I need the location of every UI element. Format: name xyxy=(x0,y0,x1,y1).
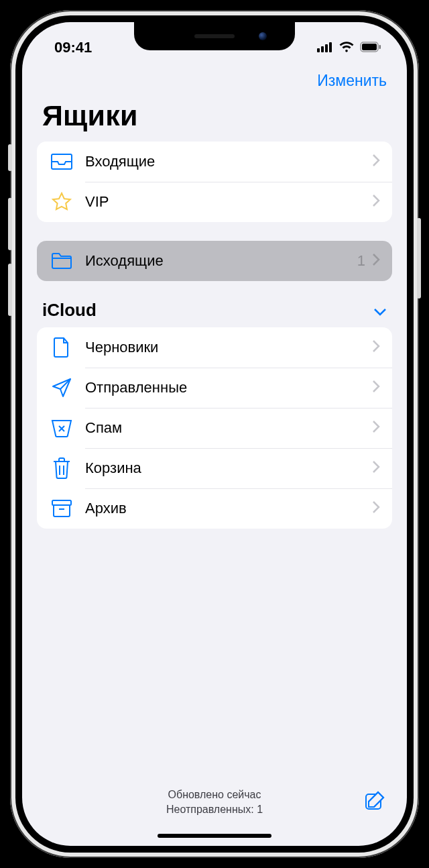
status-line-1: Обновлено сейчас xyxy=(166,788,263,802)
chevron-right-icon xyxy=(372,460,380,476)
page-title: Ящики xyxy=(22,95,407,142)
silence-switch xyxy=(8,144,12,171)
mailbox-label: Входящие xyxy=(85,153,372,170)
volume-down-button xyxy=(8,264,12,316)
power-button xyxy=(417,218,421,299)
mailbox-outbox[interactable]: Исходящие 1 xyxy=(37,241,392,281)
mailbox-label: Корзина xyxy=(85,459,372,477)
nav-bar: Изменить xyxy=(22,60,407,95)
paper-plane-icon xyxy=(49,375,74,400)
battery-icon xyxy=(360,39,381,56)
mailbox-label: VIP xyxy=(85,193,372,211)
home-indicator[interactable] xyxy=(158,834,271,838)
status-text: Обновлено сейчас Неотправленных: 1 xyxy=(166,788,263,816)
mailbox-vip[interactable]: VIP xyxy=(37,182,392,222)
toolbar: Обновлено сейчас Неотправленных: 1 xyxy=(22,779,407,826)
cellular-icon xyxy=(317,39,333,56)
mailbox-label: Исходящие xyxy=(85,252,357,270)
inbox-icon xyxy=(49,149,74,174)
svg-rect-2 xyxy=(325,44,328,52)
front-camera xyxy=(259,32,267,40)
volume-up-button xyxy=(8,198,12,250)
svg-rect-6 xyxy=(379,45,381,49)
icloud-group: Черновики Отправленные Спам xyxy=(37,327,392,529)
mailbox-label: Черновики xyxy=(85,339,372,356)
chevron-right-icon xyxy=(372,253,380,269)
star-icon xyxy=(49,189,74,215)
mailbox-label: Архив xyxy=(85,500,372,517)
iphone-device-frame: 09:41 Изменить Ящики В xyxy=(10,10,419,858)
mailbox-drafts[interactable]: Черновики xyxy=(37,327,392,368)
mailbox-trash[interactable]: Корзина xyxy=(37,448,392,488)
mailbox-archive[interactable]: Архив xyxy=(37,488,392,529)
compose-button[interactable] xyxy=(364,790,387,815)
chevron-right-icon xyxy=(372,339,380,356)
archive-icon xyxy=(49,496,74,521)
section-header-icloud[interactable]: iCloud xyxy=(22,300,407,327)
mailbox-label: Отправленные xyxy=(85,379,372,396)
mailbox-sent[interactable]: Отправленные xyxy=(37,368,392,408)
junk-icon xyxy=(49,415,74,441)
svg-rect-1 xyxy=(321,46,324,52)
chevron-down-icon xyxy=(373,300,387,321)
chevron-right-icon xyxy=(372,420,380,436)
favorites-group: Входящие VIP xyxy=(37,142,392,222)
mailbox-inbox[interactable]: Входящие xyxy=(37,142,392,182)
notch xyxy=(134,22,295,50)
chevron-right-icon xyxy=(372,154,380,170)
svg-rect-7 xyxy=(52,500,71,505)
svg-rect-3 xyxy=(329,42,332,52)
edit-button[interactable]: Изменить xyxy=(317,72,387,90)
svg-rect-5 xyxy=(362,44,377,50)
outbox-group: Исходящие 1 xyxy=(37,241,392,281)
screen: 09:41 Изменить Ящики В xyxy=(22,22,407,846)
outbox-count: 1 xyxy=(357,252,365,270)
document-icon xyxy=(49,335,74,360)
mailbox-junk[interactable]: Спам xyxy=(37,408,392,448)
chevron-right-icon xyxy=(372,500,380,517)
chevron-right-icon xyxy=(372,194,380,210)
folder-icon xyxy=(49,248,74,274)
chevron-right-icon xyxy=(372,380,380,396)
trash-icon xyxy=(49,455,74,481)
status-line-2: Неотправленных: 1 xyxy=(166,802,263,817)
svg-rect-0 xyxy=(317,48,320,52)
status-time: 09:41 xyxy=(54,39,92,56)
wifi-icon xyxy=(339,39,355,56)
section-title: iCloud xyxy=(42,300,97,321)
mailbox-label: Спам xyxy=(85,419,372,437)
